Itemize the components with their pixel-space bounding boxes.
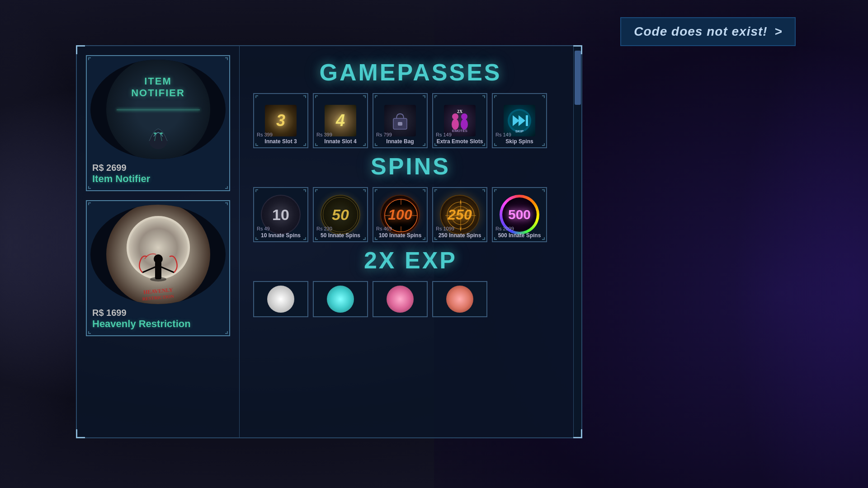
product-card-heavenly[interactable]: HEAVENLY RESTRICTION R$ 1699 Heavenly Re… <box>86 200 230 336</box>
corner-tr <box>363 189 366 192</box>
innate-bag-price: Rs 799 <box>376 132 392 137</box>
item-notifier-info: R$ 2699 Item Notifier <box>90 159 226 187</box>
item-card-skip-spins[interactable]: SKIP Rs 149 Skip Spins <box>492 93 547 148</box>
corner-tr <box>225 202 228 205</box>
exp-pink-icon <box>387 286 414 313</box>
heavenly-circle: HEAVENLY RESTRICTION <box>106 205 210 304</box>
innate-slot-3-price: Rs 399 <box>257 132 273 137</box>
spin-10-label: 10 Innate Spins <box>254 232 307 239</box>
scrollbar-track[interactable] <box>573 46 581 437</box>
item-card-innate-bag[interactable]: Rs 799 Innate Bag <box>373 93 428 148</box>
svg-point-20 <box>461 113 467 120</box>
exp-cyan-icon <box>327 286 354 313</box>
corner-bl <box>88 186 91 189</box>
exp-card-salmon[interactable] <box>432 281 487 317</box>
spin-250-price: Rs 1099 <box>436 226 454 231</box>
gamepasses-header: GAMEPASSES <box>253 59 568 86</box>
corner-tl <box>315 189 318 192</box>
svg-point-17 <box>452 119 459 130</box>
spin-card-10[interactable]: 10 Rs 49 10 Innate Spins <box>253 187 308 242</box>
notification-text: Code does not exist! <box>634 24 767 39</box>
corner-br <box>225 186 228 189</box>
innate-slot-3-label: Innate Slot 3 <box>254 138 307 145</box>
right-content: GAMEPASSES 3 Rs 399 Innate Slot 3 <box>240 46 581 437</box>
item-card-innate-slot-4[interactable]: 4 Rs 399 Innate Slot 4 <box>313 93 368 148</box>
item-card-extra-emote-slots[interactable]: 2X EMOTES Rs 149 Extra Emote Slots <box>432 93 487 148</box>
main-panel: ITEMNOTIFIER R$ 2699 Item <box>76 45 582 438</box>
item-notifier-name: Item Notifier <box>92 173 224 185</box>
svg-text:SKIP: SKIP <box>515 129 524 133</box>
skip-spins-price: Rs 149 <box>495 132 511 137</box>
innate-bag-label: Innate Bag <box>373 138 427 145</box>
scrollbar-thumb[interactable] <box>575 51 581 105</box>
svg-text:2X: 2X <box>457 109 463 114</box>
heavenly-image: HEAVENLY RESTRICTION <box>90 205 226 304</box>
corner-tl <box>375 189 377 192</box>
item-notifier-circle: ITEMNOTIFIER <box>106 60 210 159</box>
corner-tl <box>255 95 258 98</box>
exp-white-icon <box>267 286 294 313</box>
exp-header: 2X EXP <box>253 247 568 274</box>
spin-50-label: 50 Innate Spins <box>314 232 367 239</box>
corner-tr <box>303 189 306 192</box>
panel-corner-tr <box>573 45 582 54</box>
exp-card-pink[interactable] <box>373 281 428 317</box>
svg-point-3 <box>154 132 156 134</box>
glitch-line <box>117 109 200 110</box>
notification-arrow: > <box>775 24 782 39</box>
corner-tl <box>255 189 258 192</box>
corner-tr <box>482 189 485 192</box>
spin-card-100[interactable]: 100 Rs 469 100 Innate Spins <box>373 187 428 242</box>
spin-100-label: 100 Innate Spins <box>373 232 427 239</box>
corner-tl <box>88 202 91 205</box>
corner-tr <box>423 95 425 98</box>
spin-50-price: Rs 230 <box>316 226 332 231</box>
svg-point-10 <box>154 254 163 263</box>
innate-slot-4-price: Rs 399 <box>316 132 332 137</box>
spin-250-label: 250 Innate Spins <box>433 232 486 239</box>
corner-tr <box>542 189 545 192</box>
svg-rect-9 <box>155 261 161 279</box>
corner-bl <box>88 331 91 334</box>
item-notifier-image: ITEMNOTIFIER <box>90 60 226 159</box>
corner-tl <box>494 95 497 98</box>
exp-card-cyan[interactable] <box>313 281 368 317</box>
corner-tl <box>434 95 437 98</box>
item-card-innate-slot-3[interactable]: 3 Rs 399 Innate Slot 3 <box>253 93 308 148</box>
corner-tl <box>434 189 437 192</box>
spins-section: SPINS 10 Rs 49 10 Innate Spins <box>253 153 568 242</box>
exp-salmon-icon <box>446 286 473 313</box>
exp-grid <box>253 281 568 317</box>
corner-tr <box>363 95 366 98</box>
notification-banner[interactable]: Code does not exist! > <box>620 17 796 46</box>
svg-point-18 <box>452 113 458 120</box>
emotes-svg: 2X EMOTES <box>446 108 473 133</box>
exp-section: 2X EXP <box>253 247 568 317</box>
corner-tr <box>423 189 425 192</box>
spin-card-250[interactable]: 250 Rs 1099 250 Innate Spins <box>432 187 487 242</box>
corner-tr <box>303 95 306 98</box>
svg-text:EMOTES: EMOTES <box>452 129 467 133</box>
gamepasses-grid: 3 Rs 399 Innate Slot 3 4 Rs 399 Innate <box>253 93 568 148</box>
innate-slot-4-label: Innate Slot 4 <box>314 138 367 145</box>
corner-tr <box>225 57 228 60</box>
skip-svg: SKIP <box>506 107 533 134</box>
extra-emote-slots-label: Extra Emote Slots <box>433 138 486 145</box>
extra-emote-slots-price: Rs 149 <box>436 132 452 137</box>
panel-corner-br <box>573 429 582 438</box>
bag-svg <box>389 109 411 132</box>
monster-svg <box>140 116 176 152</box>
spins-header: SPINS <box>253 153 568 180</box>
corner-tl <box>375 95 377 98</box>
svg-rect-16 <box>398 122 402 126</box>
spin-card-50[interactable]: 50 Rs 230 50 Innate Spins <box>313 187 368 242</box>
svg-rect-27 <box>526 115 528 126</box>
product-card-item-notifier[interactable]: ITEMNOTIFIER R$ 2699 Item <box>86 55 230 191</box>
heavenly-info: R$ 1699 Heavenly Restriction <box>90 304 226 332</box>
skip-spins-label: Skip Spins <box>493 138 546 145</box>
spin-card-500[interactable]: 500 Rs 2099 500 Innate Spins <box>492 187 547 242</box>
svg-point-4 <box>160 132 163 134</box>
heavenly-price: R$ 1699 <box>92 308 224 318</box>
item-notifier-label-art: ITEMNOTIFIER <box>131 75 185 99</box>
exp-card-white[interactable] <box>253 281 308 317</box>
